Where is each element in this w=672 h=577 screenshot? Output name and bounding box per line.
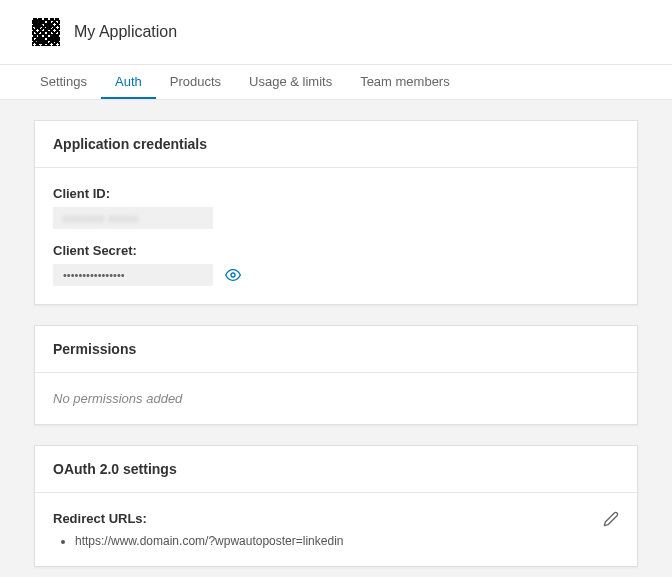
app-logo-icon xyxy=(32,18,60,46)
tab-team-members[interactable]: Team members xyxy=(346,65,464,99)
redirect-urls-label: Redirect URLs: xyxy=(53,511,603,526)
credentials-title: Application credentials xyxy=(53,136,207,152)
tab-auth[interactable]: Auth xyxy=(101,65,156,99)
tab-settings[interactable]: Settings xyxy=(32,65,101,99)
credentials-header: Application credentials xyxy=(35,121,637,168)
pencil-icon xyxy=(603,511,619,527)
tab-products[interactable]: Products xyxy=(156,65,235,99)
permissions-header: Permissions xyxy=(35,326,637,373)
oauth-card: OAuth 2.0 settings Redirect URLs: https:… xyxy=(34,445,638,567)
credentials-body: Client ID: xxxxxxx xxxxx Client Secret: … xyxy=(35,168,637,304)
permissions-title: Permissions xyxy=(53,341,136,357)
svg-point-0 xyxy=(231,273,235,277)
reveal-secret-button[interactable] xyxy=(225,267,241,283)
tabs-container: Settings Auth Products Usage & limits Te… xyxy=(0,64,672,100)
tabs: Settings Auth Products Usage & limits Te… xyxy=(0,65,672,99)
permissions-card: Permissions No permissions added xyxy=(34,325,638,425)
client-id-label: Client ID: xyxy=(53,186,619,201)
eye-icon xyxy=(225,267,241,283)
app-header: My Application xyxy=(0,0,672,64)
edit-redirect-button[interactable] xyxy=(603,511,619,531)
redirect-urls-list: https://www.domain.com/?wpwautoposter=li… xyxy=(53,534,603,548)
permissions-body: No permissions added xyxy=(35,373,637,424)
oauth-title: OAuth 2.0 settings xyxy=(53,461,177,477)
tab-usage-limits[interactable]: Usage & limits xyxy=(235,65,346,99)
app-title: My Application xyxy=(74,23,177,41)
credentials-card: Application credentials Client ID: xxxxx… xyxy=(34,120,638,305)
client-secret-row: •••••••••••••••• xyxy=(53,264,619,286)
permissions-empty-text: No permissions added xyxy=(53,391,619,406)
client-id-row: xxxxxxx xxxxx xyxy=(53,207,619,229)
client-id-value: xxxxxxx xxxxx xyxy=(53,207,213,229)
oauth-header: OAuth 2.0 settings xyxy=(35,446,637,493)
redirect-url-item: https://www.domain.com/?wpwautoposter=li… xyxy=(75,534,603,548)
oauth-body: Redirect URLs: https://www.domain.com/?w… xyxy=(35,493,637,566)
main-content: Application credentials Client ID: xxxxx… xyxy=(0,100,672,577)
client-secret-value: •••••••••••••••• xyxy=(53,264,213,286)
client-secret-label: Client Secret: xyxy=(53,243,619,258)
